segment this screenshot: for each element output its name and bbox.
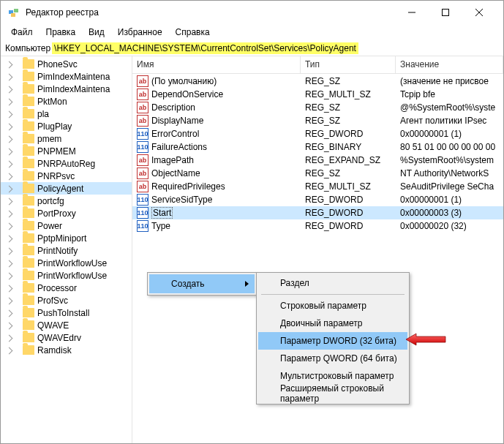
reg-str-icon: ab: [137, 102, 148, 113]
value-data: 0x00000003 (3): [396, 208, 503, 218]
table-row[interactable]: 110ErrorControlREG_DWORD0x00000001 (1): [132, 127, 503, 140]
table-row[interactable]: 110ServiceSidTypeREG_DWORD0x00000001 (1): [132, 193, 503, 206]
tree-item[interactable]: PNRPAutoReg: [1, 157, 132, 170]
tree-item[interactable]: PlugPlay: [1, 120, 132, 132]
folder-icon: [23, 246, 34, 255]
folder-icon: [23, 283, 34, 293]
tree-item[interactable]: pla: [1, 108, 132, 120]
menu-item-key[interactable]: Раздел: [258, 274, 407, 292]
value-type: REG_SZ: [301, 168, 396, 178]
tree-item-label: PortProxy: [37, 208, 76, 219]
tree-item[interactable]: PNRPsvc: [1, 170, 132, 182]
tree-item-label: PrintWorkflowUse: [37, 271, 107, 281]
tree-item[interactable]: PushToInstall: [1, 306, 132, 319]
submenu-arrow-icon: [245, 281, 249, 287]
tree-item-label: Processor: [37, 283, 77, 293]
tree-item-label: QWAVEdrv: [37, 333, 81, 343]
value-type: REG_SZ: [301, 102, 396, 113]
minimize-button[interactable]: [395, 1, 429, 23]
tree-item[interactable]: portcfg: [1, 195, 132, 207]
tree-item-label: PrintNotify: [37, 246, 78, 256]
tree-item[interactable]: Ramdisk: [1, 344, 132, 356]
value-type: REG_BINARY: [301, 142, 396, 152]
value-type: REG_EXPAND_SZ: [301, 155, 396, 165]
folder-icon: [23, 308, 34, 317]
menu-item-create[interactable]: Создать: [149, 274, 255, 293]
value-name: ObjectName: [151, 168, 200, 178]
table-row[interactable]: 110FailureActionsREG_BINARY80 51 01 00 0…: [132, 140, 503, 154]
tree-item[interactable]: PNPMEM: [1, 145, 132, 157]
tree-item[interactable]: PortProxy: [1, 207, 132, 219]
tree-item-label: Ramdisk: [37, 345, 72, 355]
menu-item-label: Расширяемый строковый параметр: [280, 383, 397, 404]
menu-item-expandstring[interactable]: Расширяемый строковый параметр: [258, 385, 407, 402]
address-bar[interactable]: Компьютер\HKEY_LOCAL_MACHINE\SYSTEM\Curr…: [1, 40, 503, 56]
context-menu-main: Создать: [147, 272, 257, 296]
menu-item-label: Двоичный параметр: [280, 318, 363, 328]
table-row[interactable]: abObjectNameREG_SZNT Authority\NetworkS: [132, 167, 503, 180]
table-row[interactable]: abDescriptionREG_SZ@%SystemRoot%\syste: [132, 101, 503, 114]
reg-bin-icon: 110: [137, 128, 148, 140]
col-value[interactable]: Значение: [396, 56, 503, 73]
folder-icon: [23, 146, 34, 156]
menu-item-dword[interactable]: Параметр DWORD (32 бита): [258, 332, 407, 350]
tree-item[interactable]: Processor: [1, 282, 132, 294]
list-body: ab(По умолчанию)REG_SZ(значение не присв…: [132, 74, 503, 233]
menu-view[interactable]: Вид: [83, 25, 110, 39]
tree-panel[interactable]: PhoneSvcPimIndexMaintenaPimIndexMaintena…: [1, 56, 132, 443]
menu-help[interactable]: Справка: [170, 25, 216, 39]
value-data: (значение не присвое: [396, 76, 503, 86]
folder-icon: [23, 333, 34, 342]
value-name: RequiredPrivileges: [151, 181, 225, 192]
table-row[interactable]: abDependOnServiceREG_MULTI_SZTcpip bfe: [132, 88, 503, 101]
maximize-button[interactable]: [429, 1, 462, 23]
tree-item[interactable]: Power: [1, 219, 132, 232]
menu-item-string[interactable]: Строковый параметр: [258, 297, 407, 315]
menu-item-binary[interactable]: Двоичный параметр: [258, 315, 407, 332]
tree-item[interactable]: ProfSvc: [1, 294, 132, 306]
table-row[interactable]: abRequiredPrivilegesREG_MULTI_SZSeAuditP…: [132, 180, 503, 193]
tree-item[interactable]: PrintNotify: [1, 244, 132, 257]
folder-icon: [23, 233, 34, 243]
value-data: 0x00000020 (32): [396, 221, 503, 231]
table-row[interactable]: abImagePathREG_EXPAND_SZ%SystemRoot%\sys…: [132, 154, 503, 167]
tree-item[interactable]: PptpMiniport: [1, 232, 132, 244]
menu-item-qword[interactable]: Параметр QWORD (64 бита): [258, 350, 407, 367]
value-data: @%SystemRoot%\syste: [396, 102, 503, 113]
address-path: \HKEY_LOCAL_MACHINE\SYSTEM\CurrentContro…: [52, 42, 358, 54]
close-button[interactable]: [462, 1, 496, 23]
tree-item-label: pmem: [37, 134, 61, 144]
table-row[interactable]: 110StartREG_DWORD0x00000003 (3): [132, 206, 503, 219]
value-type: REG_MULTI_SZ: [301, 181, 396, 192]
menu-item-multistring[interactable]: Мультистроковый параметр: [258, 367, 407, 385]
value-name: ErrorControl: [151, 129, 199, 139]
table-row[interactable]: abDisplayNameREG_SZАгент политики IPsec: [132, 114, 503, 127]
col-type[interactable]: Тип: [301, 56, 396, 73]
tree-item[interactable]: PrintWorkflowUse: [1, 269, 132, 282]
tree-item[interactable]: QWAVE: [1, 319, 132, 331]
tree-item[interactable]: PimIndexMaintena: [1, 83, 132, 95]
svg-rect-2: [11, 13, 15, 17]
menu-favorites[interactable]: Избранное: [112, 25, 168, 39]
reg-bin-icon: 110: [137, 141, 148, 153]
menu-file[interactable]: Файл: [5, 25, 39, 39]
menu-item-label: Создать: [171, 279, 205, 289]
table-row[interactable]: 110TypeREG_DWORD0x00000020 (32): [132, 219, 503, 233]
reg-bin-icon: 110: [137, 194, 148, 206]
table-row[interactable]: ab(По умолчанию)REG_SZ(значение не присв…: [132, 75, 503, 88]
value-data: Агент политики IPsec: [396, 116, 503, 126]
value-data: SeAuditPrivilege SeCha: [396, 181, 503, 192]
tree-item[interactable]: PktMon: [1, 95, 132, 108]
tree-item-label: pla: [37, 109, 49, 119]
menu-edit[interactable]: Правка: [40, 25, 82, 39]
tree-item[interactable]: PimIndexMaintena: [1, 70, 132, 83]
tree-item[interactable]: PhoneSvc: [1, 58, 132, 70]
tree-item[interactable]: PolicyAgent: [1, 182, 132, 195]
col-name[interactable]: Имя: [132, 56, 301, 73]
tree-item[interactable]: pmem: [1, 132, 132, 145]
folder-icon: [23, 271, 34, 280]
value-data: Tcpip bfe: [396, 89, 503, 99]
tree-item[interactable]: QWAVEdrv: [1, 331, 132, 344]
tree-item[interactable]: PrintWorkflowUse: [1, 257, 132, 269]
list-header: Имя Тип Значение: [132, 56, 503, 74]
